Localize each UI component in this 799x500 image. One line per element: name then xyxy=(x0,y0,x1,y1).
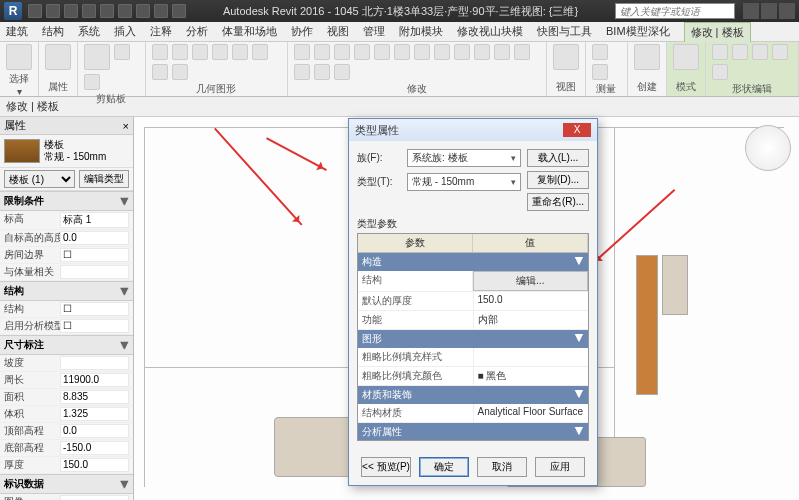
ribbon-icon[interactable] xyxy=(454,44,470,60)
preview-button[interactable]: << 预览(P) xyxy=(361,457,411,477)
ribbon-icon[interactable] xyxy=(592,64,608,80)
param-value[interactable] xyxy=(474,348,589,366)
qat-button[interactable] xyxy=(118,4,132,18)
property-value[interactable]: 0.0 xyxy=(60,231,129,245)
edit-structure-button[interactable]: 编辑... xyxy=(473,271,589,291)
ribbon-icon[interactable] xyxy=(334,64,350,80)
ribbon-icon[interactable] xyxy=(712,64,728,80)
qat-button[interactable] xyxy=(46,4,60,18)
ribbon-icon[interactable] xyxy=(712,44,728,60)
ribbon-icon[interactable] xyxy=(232,44,248,60)
param-category[interactable]: 构造⯆ xyxy=(358,253,588,271)
ribbon-icon[interactable] xyxy=(252,44,268,60)
qat-button[interactable] xyxy=(154,4,168,18)
property-value[interactable]: -150.0 xyxy=(60,441,129,455)
ribbon-tab[interactable]: 快图与工具 xyxy=(537,24,592,39)
dialog-titlebar[interactable]: 类型属性 X xyxy=(349,119,597,141)
ribbon-icon[interactable] xyxy=(84,44,110,70)
ribbon-tab[interactable]: 插入 xyxy=(114,24,136,39)
qat-button[interactable] xyxy=(28,4,42,18)
minimize-button[interactable] xyxy=(743,3,759,19)
ribbon-tab[interactable]: 体量和场地 xyxy=(222,24,277,39)
ribbon-icon[interactable] xyxy=(212,44,228,60)
ribbon-icon[interactable] xyxy=(474,44,490,60)
view-cube[interactable] xyxy=(745,125,791,171)
apply-button[interactable]: 应用 xyxy=(535,457,585,477)
cancel-button[interactable]: 取消 xyxy=(477,457,527,477)
qat-button[interactable] xyxy=(100,4,114,18)
type-selector[interactable]: 楼板 常规 - 150mm xyxy=(0,135,133,168)
property-value[interactable] xyxy=(60,495,129,500)
app-logo[interactable]: R xyxy=(4,2,22,20)
property-group-header[interactable]: 尺寸标注⯆ xyxy=(0,335,133,355)
ribbon-icon[interactable] xyxy=(414,44,430,60)
param-value[interactable]: 黑色 xyxy=(474,367,589,385)
ribbon-tab[interactable]: 修改 | 楼板 xyxy=(684,22,751,42)
param-category[interactable]: 图形⯆ xyxy=(358,330,588,348)
param-value[interactable]: Analytical Floor Surface xyxy=(474,404,589,422)
ribbon-icon[interactable] xyxy=(6,44,32,70)
ribbon-icon[interactable] xyxy=(84,74,100,90)
property-value[interactable]: 11900.0 xyxy=(60,373,129,387)
ribbon-tab[interactable]: 修改视山块模 xyxy=(457,24,523,39)
param-category[interactable]: 分析属性⯆ xyxy=(358,423,588,441)
ribbon-tab[interactable]: 结构 xyxy=(42,24,64,39)
ribbon-tab[interactable]: 附加模块 xyxy=(399,24,443,39)
ribbon-icon[interactable] xyxy=(294,64,310,80)
load-button[interactable]: 载入(L)... xyxy=(527,149,589,167)
dialog-close-button[interactable]: X xyxy=(563,123,591,137)
ribbon-icon[interactable] xyxy=(514,44,530,60)
param-value[interactable]: 内部 xyxy=(474,311,589,329)
edit-type-button[interactable]: 编辑类型 xyxy=(79,170,129,188)
ribbon-icon[interactable] xyxy=(434,44,450,60)
property-value[interactable]: 8.835 xyxy=(60,390,129,404)
ribbon-icon[interactable] xyxy=(152,44,168,60)
qat-button[interactable] xyxy=(172,4,186,18)
param-value[interactable]: 150.0 xyxy=(474,292,589,310)
ribbon-icon[interactable] xyxy=(772,44,788,60)
ok-button[interactable]: 确定 xyxy=(419,457,469,477)
property-value[interactable] xyxy=(60,265,129,279)
ribbon-tab[interactable]: 注释 xyxy=(150,24,172,39)
close-button[interactable] xyxy=(779,3,795,19)
ribbon-icon[interactable] xyxy=(314,64,330,80)
qat-button[interactable] xyxy=(82,4,96,18)
family-combo[interactable]: 系统族: 楼板 xyxy=(407,149,521,167)
ribbon-icon[interactable] xyxy=(354,44,370,60)
qat-button[interactable] xyxy=(136,4,150,18)
ribbon-icon[interactable] xyxy=(732,44,748,60)
ribbon-tab[interactable]: 管理 xyxy=(363,24,385,39)
ribbon-icon[interactable] xyxy=(45,44,71,70)
ribbon-icon[interactable] xyxy=(192,44,208,60)
ribbon-icon[interactable] xyxy=(374,44,390,60)
ribbon-tab[interactable]: BIM模型深化 xyxy=(606,24,670,39)
ribbon-icon[interactable] xyxy=(752,44,768,60)
property-group-header[interactable]: 限制条件⯆ xyxy=(0,191,133,211)
property-value[interactable] xyxy=(60,248,129,262)
param-category[interactable]: 材质和装饰⯆ xyxy=(358,386,588,404)
property-group-header[interactable]: 结构⯆ xyxy=(0,281,133,301)
ribbon-icon[interactable] xyxy=(114,44,130,60)
duplicate-button[interactable]: 复制(D)... xyxy=(527,171,589,189)
ribbon-tab[interactable]: 协作 xyxy=(291,24,313,39)
ribbon-icon[interactable] xyxy=(314,44,330,60)
ribbon-icon[interactable] xyxy=(634,44,660,70)
instance-select[interactable]: 楼板 (1) xyxy=(4,170,75,188)
property-group-header[interactable]: 标识数据⯆ xyxy=(0,474,133,494)
property-value[interactable]: 0.0 xyxy=(60,424,129,438)
property-value[interactable]: 150.0 xyxy=(60,458,129,472)
ribbon-tab[interactable]: 建筑 xyxy=(6,24,28,39)
help-search-input[interactable] xyxy=(615,3,735,19)
ribbon-icon[interactable] xyxy=(592,44,608,60)
ribbon-icon[interactable] xyxy=(553,44,579,70)
rename-button[interactable]: 重命名(R)... xyxy=(527,193,589,211)
property-value[interactable] xyxy=(60,356,129,370)
ribbon-icon[interactable] xyxy=(673,44,699,70)
palette-close-icon[interactable]: × xyxy=(123,120,129,132)
ribbon-icon[interactable] xyxy=(494,44,510,60)
ribbon-icon[interactable] xyxy=(294,44,310,60)
property-value[interactable]: 1.325 xyxy=(60,407,129,421)
ribbon-icon[interactable] xyxy=(334,44,350,60)
maximize-button[interactable] xyxy=(761,3,777,19)
ribbon-tab[interactable]: 分析 xyxy=(186,24,208,39)
